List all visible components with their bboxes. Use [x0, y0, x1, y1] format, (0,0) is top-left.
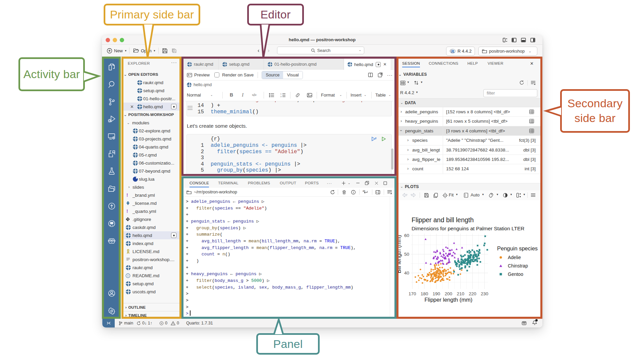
- svg-text:180: 180: [421, 291, 428, 296]
- svg-text:R: R: [451, 49, 454, 54]
- svg-text:190: 190: [433, 291, 440, 296]
- svg-text:Dimensions for penguins at Pal: Dimensions for penguins at Palmer Statio…: [412, 226, 525, 231]
- svg-text:Adelie: Adelie: [508, 255, 521, 260]
- svg-text:Gentoo: Gentoo: [508, 272, 523, 277]
- svg-text:Bill length (mm): Bill length (mm): [398, 235, 402, 274]
- svg-text:1: 1: [280, 93, 281, 95]
- svg-text:50: 50: [404, 252, 409, 257]
- svg-text:a: a: [376, 191, 378, 193]
- svg-text:Flipper length (mm): Flipper length (mm): [424, 297, 472, 303]
- svg-text:60: 60: [404, 233, 409, 238]
- svg-text:Chinstrap: Chinstrap: [508, 263, 528, 268]
- svg-text:220: 220: [469, 291, 477, 296]
- svg-text:170: 170: [409, 291, 416, 296]
- svg-text:230: 230: [481, 291, 488, 296]
- svg-text:3: 3: [280, 96, 281, 98]
- svg-text:ab: ab: [363, 190, 365, 192]
- svg-text:Flipper and bill length: Flipper and bill length: [412, 216, 474, 224]
- svg-text:Penguin species: Penguin species: [497, 245, 538, 251]
- svg-text:210: 210: [457, 291, 465, 296]
- svg-text:200: 200: [445, 291, 452, 296]
- svg-text:40: 40: [404, 270, 409, 276]
